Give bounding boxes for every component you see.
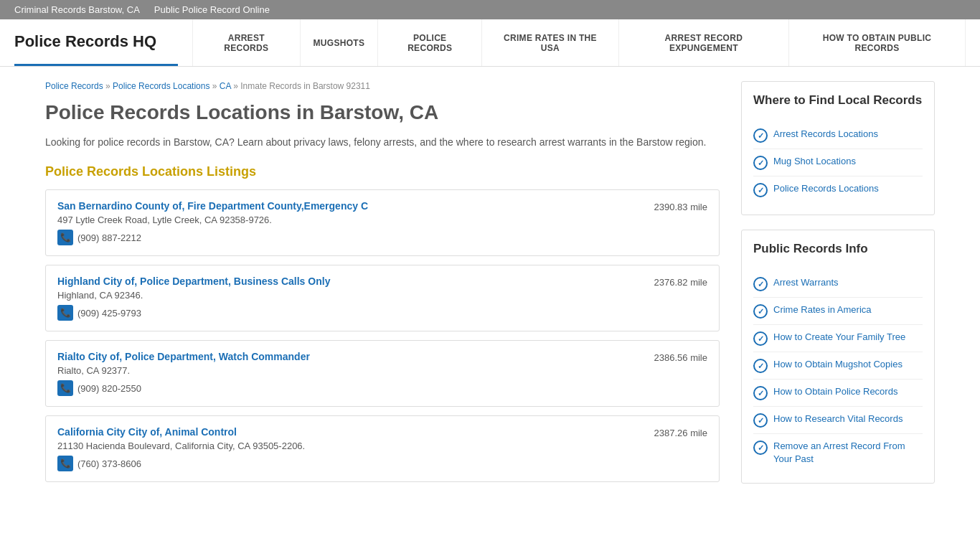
listing-phone: 📞 (909) 887-2212 — [57, 230, 647, 245]
breadcrumb: Police Records » Police Records Location… — [45, 81, 720, 91]
sidebar-link-text: How to Obtain Mugshot Copies — [773, 358, 903, 371]
phone-number[interactable]: (909) 820-2550 — [77, 383, 141, 394]
listing-address: Rialto, CA 92377. — [57, 365, 647, 376]
sidebar-item-vital-records[interactable]: How to Research Vital Records — [753, 407, 923, 434]
topbar-link-police[interactable]: Public Police Record Online — [154, 4, 270, 15]
nav-expungement[interactable]: ARREST RECORD EXPUNGEMENT — [619, 19, 789, 66]
phone-icon: 📞 — [57, 305, 73, 321]
sidebar-item-remove-arrest[interactable]: Remove an Arrest Record From Your Past — [753, 434, 923, 471]
phone-icon: 📞 — [57, 380, 73, 396]
sidebar: Where to Find Local Records Arrest Recor… — [741, 81, 935, 498]
sidebar-item-arrest-warrants[interactable]: Arrest Warrants — [753, 270, 923, 298]
listing-phone: 📞 (760) 373-8606 — [57, 456, 647, 471]
listing-address: Highland, CA 92346. — [57, 290, 647, 301]
listing-card: California City City of, Animal Control … — [45, 415, 720, 482]
phone-number[interactable]: (909) 887-2212 — [77, 232, 141, 243]
sidebar-link-text: Crime Rates in America — [773, 303, 872, 316]
topbar-link-criminal[interactable]: Criminal Records Barstow, CA — [14, 4, 140, 15]
header: Police Records HQ ARREST RECORDS MUGSHOT… — [0, 19, 980, 67]
check-icon — [753, 183, 768, 197]
listing-address: 21130 Hacienda Boulevard, California Cit… — [57, 441, 647, 451]
logo[interactable]: Police Records HQ — [14, 19, 178, 66]
top-bar: Criminal Records Barstow, CA Public Poli… — [0, 0, 980, 19]
sidebar-item-police-locations[interactable]: Police Records Locations — [753, 176, 923, 203]
listing-card: San Bernardino County of, Fire Departmen… — [45, 189, 720, 256]
listing-card: Highland City of, Police Department, Bus… — [45, 265, 720, 331]
sidebar-item-crime-rates[interactable]: Crime Rates in America — [753, 298, 923, 325]
main-nav: ARREST RECORDS MUGSHOTS POLICE RECORDS C… — [192, 19, 966, 66]
phone-icon: 📞 — [57, 456, 73, 471]
listing-info: San Bernardino County of, Fire Departmen… — [57, 200, 647, 245]
sidebar-link-text: How to Obtain Police Records — [773, 385, 897, 398]
listing-info: Rialto City of, Police Department, Watch… — [57, 351, 647, 396]
listing-phone: 📞 (909) 820-2550 — [57, 380, 647, 396]
nav-mugshots[interactable]: MUGSHOTS — [301, 19, 379, 66]
nav-crime-rates[interactable]: CRIME RATES IN THE USA — [482, 19, 619, 66]
page-description: Looking for police records in Barstow, C… — [45, 134, 720, 150]
sidebar-link-text: Mug Shot Locations — [773, 155, 856, 168]
breadcrumb-current: Inmate Records in Barstow 92311 — [240, 81, 370, 91]
sidebar-link-text: Arrest Warrants — [773, 276, 839, 289]
listing-phone: 📞 (909) 425-9793 — [57, 305, 647, 321]
check-icon — [753, 304, 768, 319]
listing-distance: 2376.82 mile — [654, 276, 707, 288]
listings-container: San Bernardino County of, Fire Departmen… — [45, 189, 720, 482]
content-area: Police Records » Police Records Location… — [45, 81, 720, 498]
sidebar-find-local: Where to Find Local Records Arrest Recor… — [741, 81, 935, 215]
check-icon — [753, 331, 768, 346]
listing-info: Highland City of, Police Department, Bus… — [57, 276, 647, 321]
check-icon — [753, 277, 768, 291]
sidebar-item-mug-shot[interactable]: Mug Shot Locations — [753, 149, 923, 176]
breadcrumb-locations[interactable]: Police Records Locations — [113, 81, 209, 91]
listing-name[interactable]: Rialto City of, Police Department, Watch… — [57, 351, 647, 362]
listing-name[interactable]: Highland City of, Police Department, Bus… — [57, 276, 647, 287]
check-icon — [753, 156, 768, 170]
phone-number[interactable]: (760) 373-8606 — [77, 458, 141, 469]
phone-number[interactable]: (909) 425-9793 — [77, 308, 141, 319]
nav-police-records[interactable]: POLICE RECORDS — [378, 19, 482, 66]
listing-distance: 2390.83 mile — [654, 200, 707, 212]
check-icon — [753, 386, 768, 400]
listing-distance: 2387.26 mile — [654, 426, 707, 438]
check-icon — [753, 413, 768, 428]
nav-public-records[interactable]: HOW TO OBTAIN PUBLIC RECORDS — [789, 19, 966, 66]
sidebar-link-text: Police Records Locations — [773, 182, 879, 195]
sidebar-item-arrest-locations[interactable]: Arrest Records Locations — [753, 122, 923, 149]
breadcrumb-ca[interactable]: CA — [220, 81, 231, 91]
sidebar-link-text: Arrest Records Locations — [773, 128, 878, 141]
listings-heading: Police Records Locations Listings — [45, 164, 720, 179]
listing-name[interactable]: California City City of, Animal Control — [57, 426, 647, 438]
phone-icon: 📞 — [57, 230, 73, 245]
sidebar-item-obtain-police[interactable]: How to Obtain Police Records — [753, 380, 923, 407]
listing-address: 497 Lytle Creek Road, Lytle Creek, CA 92… — [57, 215, 647, 225]
listing-name[interactable]: San Bernardino County of, Fire Departmen… — [57, 200, 647, 212]
sidebar-public-info-title: Public Records Info — [753, 242, 923, 262]
sidebar-link-text: How to Create Your Family Tree — [773, 331, 905, 344]
check-icon — [753, 128, 768, 143]
sidebar-link-text: How to Research Vital Records — [773, 413, 903, 425]
listing-card: Rialto City of, Police Department, Watch… — [45, 340, 720, 407]
page-title: Police Records Locations in Barstow, CA — [45, 101, 720, 124]
check-icon — [753, 441, 768, 455]
breadcrumb-police-records[interactable]: Police Records — [45, 81, 103, 91]
sidebar-link-text: Remove an Arrest Record From Your Past — [773, 440, 923, 466]
listing-info: California City City of, Animal Control … — [57, 426, 647, 471]
listing-distance: 2386.56 mile — [654, 351, 707, 363]
nav-arrest-records[interactable]: ARREST RECORDS — [192, 19, 300, 66]
sidebar-public-info: Public Records Info Arrest Warrants Crim… — [741, 230, 935, 484]
sidebar-item-family-tree[interactable]: How to Create Your Family Tree — [753, 325, 923, 352]
sidebar-item-mugshot-copies[interactable]: How to Obtain Mugshot Copies — [753, 352, 923, 380]
main-container: Police Records » Police Records Location… — [31, 67, 949, 512]
check-icon — [753, 359, 768, 373]
sidebar-find-local-title: Where to Find Local Records — [753, 93, 923, 113]
